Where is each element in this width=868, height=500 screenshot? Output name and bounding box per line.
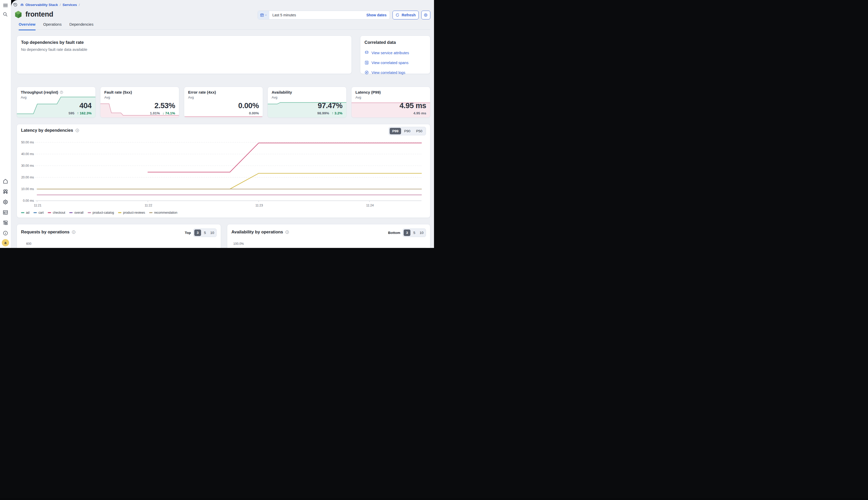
metric-delta: ↓ 74.1% bbox=[162, 111, 175, 115]
requests-ytick: 600 bbox=[21, 239, 33, 248]
metric-delta: ↑ 162.3% bbox=[77, 111, 92, 115]
metric-subtitle: Avg bbox=[356, 95, 361, 99]
svg-text:?: ? bbox=[73, 231, 75, 233]
legend-item-product-reviews[interactable]: product-reviews bbox=[118, 211, 145, 215]
top-n-button-10[interactable]: 10 bbox=[209, 229, 216, 236]
tabs-divider bbox=[16, 29, 430, 30]
y-axis-label: 50.00 ms bbox=[21, 140, 34, 144]
correlated-link-view-correlated-logs[interactable]: View correlated logs bbox=[364, 70, 426, 75]
x-axis-label: 11:24 bbox=[366, 204, 374, 207]
metric-card-throughput-req-int-[interactable]: Throughput (req/int)?Avg404595↑ 162.3% bbox=[16, 87, 96, 118]
menu-icon[interactable] bbox=[3, 3, 8, 8]
x-axis-label: 11:21 bbox=[34, 204, 41, 207]
availability-chart[interactable] bbox=[246, 239, 426, 248]
x-axis-label: 11:22 bbox=[145, 204, 152, 207]
breadcrumb-separator: / bbox=[60, 3, 61, 7]
top-n-button-3[interactable]: 3 bbox=[194, 229, 201, 236]
svg-text:?: ? bbox=[77, 129, 78, 132]
help-icon[interactable]: ? bbox=[75, 128, 79, 133]
help-icon[interactable]: ? bbox=[60, 91, 63, 94]
metric-title: Availability bbox=[272, 90, 292, 94]
dev-tools-icon[interactable] bbox=[3, 209, 8, 215]
metric-trend: 98.99%↑ 3.2% bbox=[317, 111, 342, 115]
apps-icon[interactable] bbox=[3, 189, 8, 194]
metric-previous-value: 0.00% bbox=[249, 111, 259, 115]
percentile-button-p50[interactable]: P50 bbox=[414, 128, 425, 134]
top-dependencies-panel: Top dependencies by fault rate No depend… bbox=[16, 35, 352, 74]
legend-swatch bbox=[118, 212, 121, 213]
refresh-icon bbox=[395, 13, 399, 17]
metric-card-latency-p99-[interactable]: Latency (P99)Avg4.95 ms4.95 ms bbox=[351, 87, 430, 118]
latency-chart-title: Latency by dependencies ? bbox=[21, 128, 79, 133]
chevron-down-icon bbox=[264, 14, 267, 16]
y-axis-label: 40.00 ms bbox=[21, 152, 34, 156]
legend-swatch bbox=[88, 212, 91, 213]
time-range-field[interactable]: Last 5 minutes Show dates bbox=[269, 11, 390, 19]
bottom-n-button-5[interactable]: 5 bbox=[411, 229, 418, 236]
bottom-n-button-3[interactable]: 3 bbox=[404, 229, 410, 236]
legend-item-cart[interactable]: cart bbox=[33, 211, 44, 215]
metric-trend: 4.95 ms bbox=[413, 111, 426, 115]
metric-value: 0.00% bbox=[238, 101, 259, 110]
help-icon[interactable]: ? bbox=[285, 230, 289, 234]
legend-item-checkout[interactable]: checkout bbox=[48, 211, 65, 215]
svg-text:?: ? bbox=[61, 91, 62, 93]
legend-item-recommendation[interactable]: recommendation bbox=[149, 211, 177, 215]
bottom-n-button-10[interactable]: 10 bbox=[418, 229, 425, 236]
metric-title: Latency (P99) bbox=[356, 90, 381, 94]
legend-swatch bbox=[48, 212, 51, 213]
breadcrumb-link-services[interactable]: Services bbox=[63, 3, 77, 7]
gear-icon[interactable] bbox=[3, 199, 8, 205]
percentile-button-p99[interactable]: P99 bbox=[390, 128, 401, 134]
legend-item-ad[interactable]: ad bbox=[21, 211, 29, 215]
search-icon[interactable] bbox=[3, 12, 8, 17]
metric-delta: ↑ 3.2% bbox=[332, 111, 342, 115]
date-picker: Last 5 minutes Show dates bbox=[258, 11, 390, 20]
main-content: Observability Stack/Services/ frontend L… bbox=[11, 0, 434, 248]
metric-previous-value: 595 bbox=[68, 111, 75, 115]
series-line-product-reviews bbox=[37, 173, 421, 189]
top-n-button-5[interactable]: 5 bbox=[202, 229, 208, 236]
percentile-selector: P99P90P50 bbox=[388, 127, 426, 135]
availability-ytick: 100.0% bbox=[232, 239, 246, 248]
requests-by-operations-panel: Requests by operations ? Top 3510 600 bbox=[16, 224, 221, 248]
recently-viewed-icon[interactable] bbox=[13, 2, 18, 7]
latency-chart[interactable]: 50.00 ms40.00 ms30.00 ms20.00 ms10.00 ms… bbox=[17, 138, 431, 208]
y-axis-label: 0.00 ms bbox=[23, 199, 34, 203]
percentile-button-p90[interactable]: P90 bbox=[402, 128, 413, 134]
metric-trend: 595↑ 162.3% bbox=[68, 111, 92, 115]
chart-legend: adcartcheckoutoverallproduct-catalogprod… bbox=[21, 211, 178, 215]
settings-button[interactable] bbox=[421, 11, 431, 20]
metric-card-error-rate-4xx-[interactable]: Error rate (4xx)Avg0.00%0.00% bbox=[184, 87, 263, 118]
x-axis-label: 11:23 bbox=[255, 204, 263, 207]
metric-card-availability[interactable]: AvailabilityAvg97.47%98.99%↑ 3.2% bbox=[268, 87, 347, 118]
gear-icon bbox=[424, 13, 428, 17]
home-icon[interactable] bbox=[3, 179, 8, 184]
time-controls: Last 5 minutes Show dates Refresh bbox=[258, 11, 430, 20]
user-avatar[interactable]: a bbox=[2, 239, 9, 246]
info-icon[interactable] bbox=[3, 230, 8, 236]
top-dependencies-title: Top dependencies by fault rate bbox=[21, 40, 347, 45]
database-icon bbox=[364, 50, 369, 55]
metric-previous-value: 4.95 ms bbox=[413, 111, 426, 115]
add-data-icon[interactable] bbox=[3, 220, 8, 226]
bottom-n-selector: Bottom 3510 bbox=[388, 228, 426, 237]
legend-item-product-catalog[interactable]: product-catalog bbox=[88, 211, 114, 215]
calendar-quick-select-button[interactable] bbox=[258, 11, 269, 19]
metric-title: Fault rate (5xx) bbox=[104, 90, 132, 94]
series-line-checkout bbox=[148, 143, 421, 172]
show-dates-link[interactable]: Show dates bbox=[366, 13, 386, 17]
refresh-button[interactable]: Refresh bbox=[393, 11, 419, 20]
svg-text:?: ? bbox=[287, 231, 288, 233]
help-icon[interactable]: ? bbox=[71, 230, 76, 234]
correlated-link-view-service-attributes[interactable]: View service attributes bbox=[364, 50, 426, 55]
legend-item-overall[interactable]: overall bbox=[69, 211, 83, 215]
metric-previous-value: 1.01% bbox=[150, 111, 160, 115]
y-axis-label: 10.00 ms bbox=[21, 187, 34, 191]
metric-value: 404 bbox=[79, 101, 92, 110]
breadcrumb-link-observability-stack[interactable]: Observability Stack bbox=[20, 3, 58, 7]
correlated-link-view-correlated-spans[interactable]: View correlated spans bbox=[364, 60, 426, 65]
correlated-data-title: Correlated data bbox=[364, 40, 426, 45]
metric-card-fault-rate-5xx-[interactable]: Fault rate (5xx)Avg2.53%1.01%↓ 74.1% bbox=[100, 87, 179, 118]
requests-chart[interactable] bbox=[33, 239, 217, 248]
